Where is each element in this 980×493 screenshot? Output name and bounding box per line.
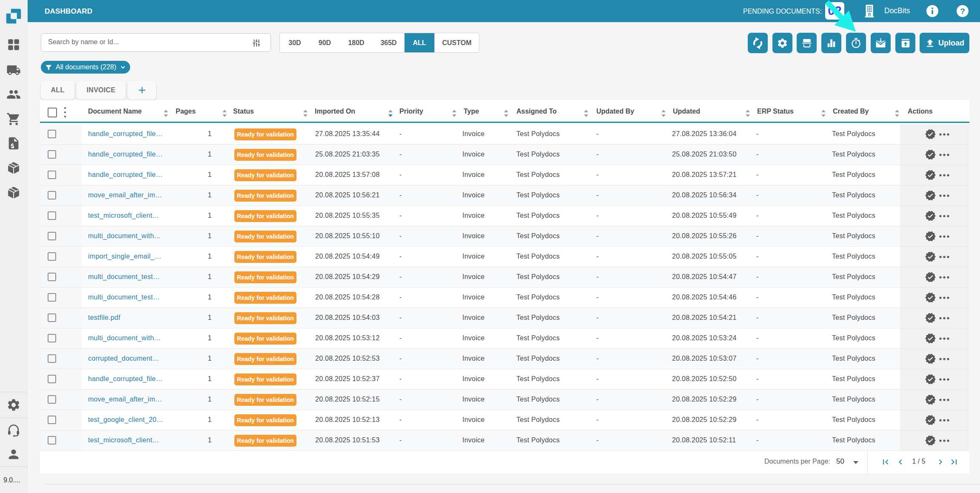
svg-text:?: ? [960,7,965,16]
